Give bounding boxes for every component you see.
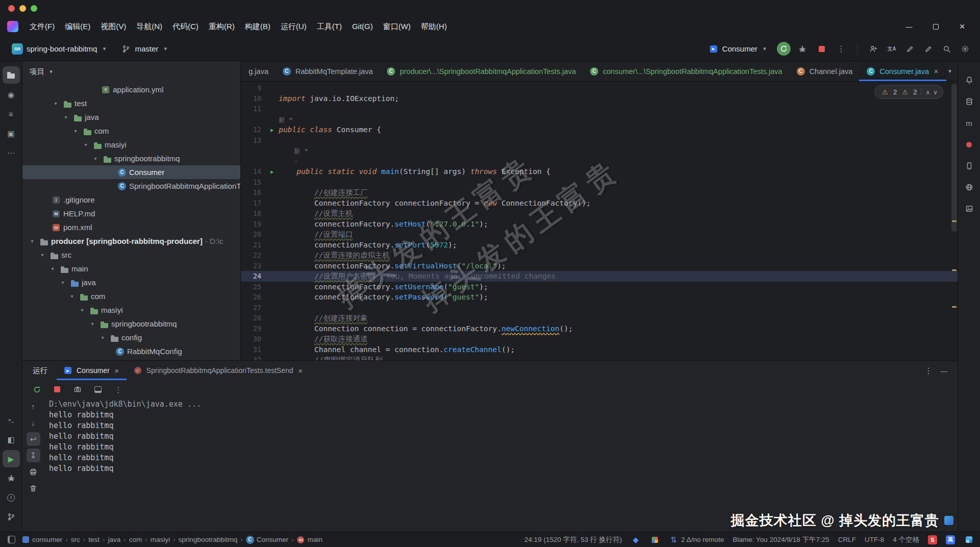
breadcrumb-masiyi[interactable]: masiyi — [151, 536, 170, 543]
settings-button[interactable] — [958, 41, 973, 57]
softwrap-button[interactable]: ↩ — [27, 432, 40, 446]
breadcrumb-src[interactable]: src — [71, 536, 80, 543]
window-minimize-button[interactable] — [903, 21, 915, 32]
breadcrumb-java[interactable]: java — [108, 536, 121, 543]
status-4-个空格[interactable]: 4 个空格 — [893, 535, 919, 544]
scrollend-button[interactable]: ↧ — [27, 449, 40, 462]
tree-item-pom-xml[interactable]: pom.xml — [22, 220, 240, 234]
traffic-light-minimize[interactable] — [19, 5, 26, 12]
code-line-13[interactable]: 13 — [241, 135, 958, 146]
close-tab-icon[interactable] — [933, 67, 940, 76]
tab-consumer-java[interactable]: Consumer.java — [859, 61, 946, 81]
run-panel-options-icon[interactable] — [924, 366, 933, 376]
code-line-29[interactable]: 29 Connection connection = connectionFac… — [241, 324, 958, 334]
code-line-22[interactable]: 22 //设置连接的虚拟主机 — [241, 250, 958, 261]
menu-运行-u[interactable]: 运行(U) — [276, 20, 312, 34]
tree-item-consumer[interactable]: Consumer — [22, 165, 240, 179]
services-tool-button[interactable]: ◧ — [3, 431, 20, 448]
print-button[interactable] — [27, 465, 40, 479]
close-tab-icon[interactable] — [113, 366, 120, 375]
menu-导航-n[interactable]: 导航(N) — [131, 20, 167, 34]
status-widget-colors[interactable] — [650, 535, 660, 545]
more-actions-button[interactable] — [834, 41, 849, 57]
search-button[interactable] — [939, 41, 954, 57]
code-line-10[interactable]: 10import java.io.IOException; — [241, 93, 958, 104]
kebab-button[interactable]: ⋮ — [111, 382, 126, 396]
tree-item-config[interactable]: config — [22, 331, 240, 344]
menu-代码-c[interactable]: 代码(C) — [167, 20, 204, 34]
menu-帮助-h[interactable]: 帮助(H) — [416, 20, 452, 34]
terminal-tool-button[interactable] — [3, 411, 20, 429]
tab-channel-java[interactable]: Channel.java — [789, 61, 860, 81]
rerun-button[interactable] — [30, 382, 44, 396]
stopsq-button[interactable] — [50, 382, 64, 396]
traffic-light-zoom[interactable] — [31, 5, 37, 12]
tree-item-masiyi[interactable]: masiyi — [22, 303, 240, 317]
code-line-32[interactable]: 32 //声明绑定消息队列 — [241, 355, 958, 360]
tree-item-producer-springboot-rabbitmq-producer[interactable]: producer [springboot-rabbitmq-producer] … — [22, 234, 240, 248]
code-line-inlay[interactable]: 新 * — [241, 114, 958, 125]
pencil2-button[interactable] — [921, 41, 936, 57]
hidden-tabs-icon[interactable] — [946, 68, 953, 74]
structure-tool-button[interactable]: ≡ — [3, 105, 20, 122]
status-crlf[interactable]: CRLF — [838, 536, 856, 543]
menu-窗口-w[interactable]: 窗口(W) — [378, 20, 415, 34]
debug-button[interactable] — [795, 41, 810, 57]
status-widget-plugin[interactable]: ◆ — [631, 535, 641, 545]
code-line-11[interactable]: 11 — [241, 104, 958, 114]
tree-item-com[interactable]: com — [22, 289, 240, 303]
database-tool-button[interactable] — [961, 93, 978, 110]
code-line-23[interactable]: 23 connectionFactory.setVirtualHost("/lo… — [241, 261, 958, 271]
hide-panel-icon[interactable] — [941, 366, 947, 375]
clear-button[interactable] — [27, 481, 40, 495]
tree-item-springbootrabbitmq[interactable]: springbootrabbitmq — [22, 152, 240, 165]
rerun-button[interactable] — [777, 42, 791, 56]
run-tab-springbootrabbitmqapplicationtests-testsend[interactable]: SpringbootRabbitmqApplicationTests.testS… — [127, 361, 310, 380]
tree-item-springbootrabbitmq[interactable]: springbootrabbitmq — [22, 317, 240, 331]
layout-button[interactable] — [91, 382, 105, 396]
breadcrumb-main[interactable]: main — [297, 536, 322, 544]
menu-构建-b[interactable]: 构建(B) — [240, 20, 276, 34]
code-line-17[interactable]: 17 ConnectionFactory connectionFactory =… — [241, 198, 958, 209]
up-button[interactable]: ↑ — [27, 400, 40, 413]
code-line-inlay[interactable]: 新 * — [241, 145, 958, 156]
close-tab-icon[interactable] — [297, 366, 304, 375]
debug-tool-button[interactable] — [3, 469, 20, 487]
code-line-27[interactable]: 27 — [241, 303, 958, 313]
tree-item-main[interactable]: main — [22, 262, 240, 276]
status-badge-sogou[interactable]: S — [928, 535, 937, 544]
project-panel-header[interactable]: 项目 — [22, 61, 240, 82]
run-config-selector[interactable]: Consumer — [704, 41, 773, 57]
tree-item-java[interactable]: java — [22, 110, 240, 124]
tool-windows-icon[interactable] — [6, 535, 16, 545]
breadcrumb-consumer[interactable]: Consumer — [246, 536, 288, 544]
status-badge-lang[interactable]: 英 — [946, 535, 955, 544]
tab-producer-springbootrabbitmqapplicationtests-java[interactable]: producer\...\SpringbootRabbitmqApplicati… — [379, 61, 582, 81]
menu-git-g[interactable]: Git(G) — [347, 20, 378, 34]
inspections-widget[interactable]: 2 2 — [874, 85, 943, 99]
code-editor[interactable]: 910import java.io.IOException;11新 *12pub… — [241, 82, 958, 360]
status-24-19-1520-字符-53-行-换行符[interactable]: 24:19 (1520 字符, 53 行 换行符) — [524, 535, 622, 544]
code-line-16[interactable]: 16 //创建连接工厂 — [241, 187, 958, 198]
tree-item-application-yml[interactable]: application.yml — [22, 83, 240, 96]
stop-button[interactable] — [814, 41, 829, 57]
tree-item-src[interactable]: src — [22, 248, 240, 262]
project-selector[interactable]: SR spring-boot-rabbitmq — [7, 41, 112, 57]
code-line-12[interactable]: 12public class Consumer { — [241, 125, 958, 135]
collab-button[interactable] — [866, 41, 881, 57]
down-button[interactable]: ↓ — [27, 416, 40, 430]
next-problem-icon[interactable] — [933, 88, 938, 96]
record-tool-button[interactable] — [961, 136, 978, 153]
tab-consumer-springbootrabbitmqapplicationtests-java[interactable]: consumer\...\SpringbootRabbitmqApplicati… — [582, 61, 789, 81]
pencil-button[interactable] — [902, 41, 918, 57]
run-line-icon[interactable] — [271, 166, 274, 178]
traffic-light-close[interactable] — [8, 5, 15, 12]
code-line-24[interactable]: 24 //设置用户名密码You, Moments ago · Uncommitt… — [241, 271, 958, 282]
project-tool-button[interactable] — [3, 66, 20, 84]
camera-button[interactable] — [70, 382, 85, 396]
tree-item-com[interactable]: com — [22, 124, 240, 138]
prev-problem-icon[interactable] — [925, 88, 930, 96]
tab-rabbitmqtemplate-java[interactable]: RabbitMqTemplate.java — [275, 61, 380, 81]
menu-工具-t[interactable]: 工具(T) — [311, 20, 347, 34]
tree-item-masiyi[interactable]: masiyi — [22, 138, 240, 152]
